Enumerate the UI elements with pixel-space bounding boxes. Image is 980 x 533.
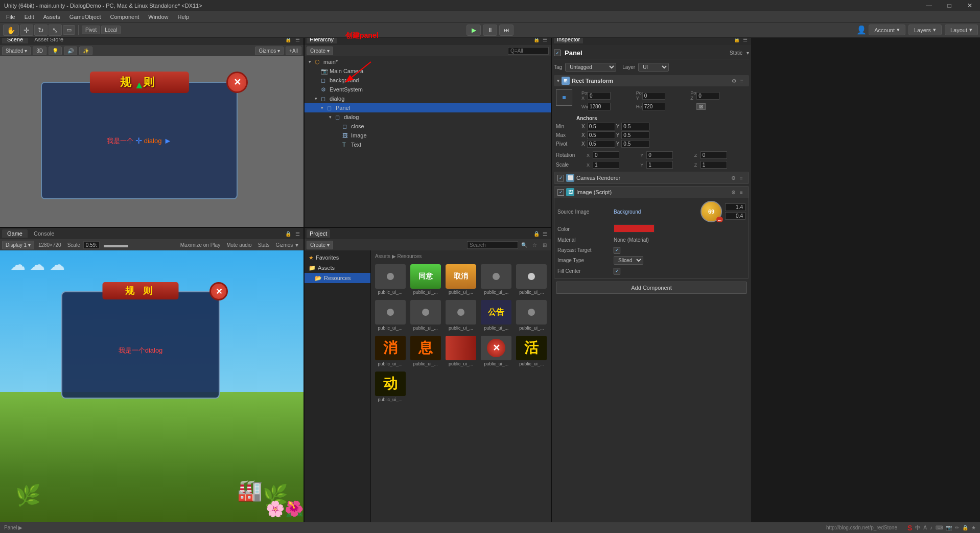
maximize-on-play-btn[interactable]: Maximize on Play bbox=[178, 242, 222, 248]
shaded-dropdown[interactable]: Shaded ▾ bbox=[2, 47, 31, 55]
asset-item-4[interactable]: public_ui_... bbox=[479, 262, 514, 297]
taskbar-keyboard-icon[interactable]: ⌨ bbox=[936, 525, 943, 530]
hierarchy-item-dialog-root[interactable]: ▾ ◻ dialog bbox=[305, 94, 551, 103]
asset-item-closered[interactable]: ✕ public_ui_... bbox=[479, 334, 514, 368]
tab-project[interactable]: Project bbox=[307, 229, 330, 238]
asset-item-1[interactable]: public_ui_... bbox=[373, 262, 407, 297]
hierarchy-item-dialog-child[interactable]: ▾ ◻ dialog bbox=[305, 112, 551, 122]
raycast-target-checkbox[interactable] bbox=[614, 247, 620, 253]
canvas-renderer-menu-icon[interactable]: ≡ bbox=[737, 174, 745, 182]
fx-toggle[interactable]: ✨ bbox=[79, 47, 92, 55]
rot-y-input[interactable] bbox=[646, 151, 673, 159]
move-tool[interactable]: ✛ bbox=[20, 25, 33, 36]
scale-tool[interactable]: ⤡ bbox=[49, 25, 62, 36]
tag-dropdown[interactable]: Untagged bbox=[565, 63, 616, 72]
scene-dialog-close-button[interactable]: ✕ bbox=[226, 72, 248, 93]
asset-item-9[interactable]: public_ui_... bbox=[515, 298, 549, 333]
hierarchy-item-image[interactable]: 🖼 Image bbox=[305, 131, 551, 140]
gizmos-dropdown[interactable]: Gizmos ▾ bbox=[255, 47, 284, 55]
project-lock-icon[interactable]: 🔒 bbox=[532, 229, 541, 238]
hierarchy-search[interactable] bbox=[508, 47, 549, 55]
rect-expand-button[interactable]: ⊠ bbox=[696, 103, 706, 110]
gizmos-btn[interactable]: Gizmos ▼ bbox=[273, 242, 301, 248]
minimize-button[interactable]: — bbox=[919, 0, 939, 11]
taskbar-lock-icon[interactable]: 🔒 bbox=[962, 525, 968, 530]
taskbar-camera-icon[interactable]: 📷 bbox=[946, 525, 952, 530]
image-script-header[interactable]: 🖼 Image (Script) ⚙ ≡ bbox=[554, 187, 749, 198]
asset-item-2[interactable]: 同意 public_ui_... bbox=[408, 262, 442, 297]
menu-component[interactable]: Component bbox=[106, 13, 143, 21]
rect-settings-icon[interactable]: ⚙ bbox=[730, 77, 738, 85]
mute-audio-btn[interactable]: Mute audio bbox=[224, 242, 253, 248]
project-grid-icon[interactable]: ⊞ bbox=[541, 241, 549, 249]
color-swatch-container[interactable] bbox=[614, 224, 655, 234]
add-component-button[interactable]: Add Component bbox=[556, 282, 747, 294]
taskbar-music-icon[interactable]: ♪ bbox=[930, 525, 932, 530]
anchor-pivot-x[interactable] bbox=[587, 140, 615, 148]
lights-toggle[interactable]: 💡 bbox=[49, 47, 62, 55]
scale-z-input[interactable] bbox=[701, 161, 727, 169]
scale-slider[interactable]: ▬▬▬ bbox=[104, 240, 128, 249]
layers-button[interactable]: Layers ▾ bbox=[908, 25, 942, 35]
project-star-icon[interactable]: ☆ bbox=[530, 241, 539, 249]
project-folder-favorites[interactable]: ★ Favorites bbox=[305, 252, 370, 263]
pos-y-input[interactable] bbox=[642, 92, 665, 100]
asset-item-redbanner[interactable]: public_ui_... bbox=[444, 334, 478, 368]
image-script-settings-icon[interactable]: ⚙ bbox=[729, 188, 737, 196]
scale-x-input[interactable] bbox=[593, 161, 619, 169]
canvas-renderer-settings-icon[interactable]: ⚙ bbox=[729, 174, 737, 182]
title-controls[interactable]: — □ ✕ bbox=[919, 0, 980, 11]
anchor-min-x[interactable] bbox=[587, 123, 615, 130]
rect-transform-header[interactable]: ▾ ⊞ Rect Transform ⚙ ≡ bbox=[554, 75, 749, 86]
source-image-value[interactable]: Background bbox=[614, 209, 641, 215]
anchor-max-x[interactable] bbox=[587, 131, 615, 139]
menu-gameobject[interactable]: GameObject bbox=[65, 13, 105, 21]
object-enable-checkbox[interactable] bbox=[554, 50, 561, 56]
asset-item-xiaox[interactable]: 消 public_ui_... bbox=[373, 334, 407, 368]
game-lock-icon[interactable]: 🔒 bbox=[284, 229, 292, 238]
height-input[interactable] bbox=[642, 103, 665, 110]
scale-y-input[interactable] bbox=[646, 161, 673, 169]
taskbar-pen-icon[interactable]: ✏ bbox=[955, 525, 959, 530]
layout-button[interactable]: Layout ▾ bbox=[945, 25, 978, 35]
menu-edit[interactable]: Edit bbox=[20, 13, 38, 21]
image-script-menu-icon[interactable]: ≡ bbox=[737, 188, 745, 196]
asset-item-huo[interactable]: 活 public_ui_... bbox=[515, 334, 549, 368]
audio-toggle[interactable]: 🔊 bbox=[64, 47, 77, 55]
rotate-tool[interactable]: ↻ bbox=[34, 25, 48, 36]
taskbar-lang-icon[interactable]: 中 bbox=[915, 524, 920, 531]
asset-item-5[interactable]: public_ui_... bbox=[515, 262, 549, 297]
maximize-button[interactable]: □ bbox=[939, 0, 960, 11]
display-dropdown[interactable]: Display 1 ▾ bbox=[2, 241, 34, 249]
asset-item-3[interactable]: 取消 public_ui_... bbox=[444, 262, 478, 297]
stats-btn[interactable]: Stats bbox=[256, 242, 272, 248]
rect-menu-icon[interactable]: ≡ bbox=[738, 77, 746, 85]
pause-button[interactable]: ⏸ bbox=[483, 25, 497, 36]
taskbar-star-icon[interactable]: ★ bbox=[971, 525, 976, 530]
fill-center-checkbox[interactable] bbox=[614, 268, 620, 274]
game-canvas[interactable]: ☁ ☁ ☁ 🏭 🌿 🌿 🌸🌺 规 则 ✕ 我是一个dialog bbox=[0, 250, 304, 533]
asset-item-8[interactable]: public_ui_... bbox=[444, 298, 478, 333]
anchor-pivot-y[interactable] bbox=[621, 140, 649, 148]
game-menu-icon[interactable]: ☰ bbox=[293, 229, 301, 238]
pivot-button[interactable]: Pivot bbox=[82, 26, 100, 34]
rot-x-input[interactable] bbox=[593, 151, 619, 159]
tab-console[interactable]: Console bbox=[29, 229, 59, 238]
anchor-min-y[interactable] bbox=[621, 123, 649, 130]
scene-all[interactable]: +All bbox=[286, 47, 301, 55]
asset-item-7[interactable]: public_ui_... bbox=[408, 298, 442, 333]
project-folder-assets[interactable]: 📁 Assets bbox=[305, 263, 370, 273]
hand-tool[interactable]: ✋ bbox=[3, 25, 19, 36]
tab-game[interactable]: Game bbox=[2, 229, 28, 238]
anchor-diagram[interactable] bbox=[556, 89, 572, 106]
pos-x-input[interactable] bbox=[588, 92, 611, 100]
image-script-checkbox[interactable] bbox=[557, 189, 564, 196]
asset-item-notice[interactable]: 公告 public_ui_... bbox=[479, 298, 514, 333]
local-button[interactable]: Local bbox=[101, 26, 121, 34]
layer-dropdown[interactable]: UI bbox=[638, 63, 669, 72]
hierarchy-item-panel[interactable]: ▾ ◻ Panel bbox=[305, 103, 551, 112]
scene-canvas[interactable]: 规 则 ✕ ▲ 我是一个 ✛ dialog ► bbox=[0, 56, 304, 227]
project-menu-icon[interactable]: ☰ bbox=[541, 229, 549, 238]
anchor-max-y[interactable] bbox=[621, 131, 649, 139]
project-search[interactable] bbox=[467, 241, 518, 249]
